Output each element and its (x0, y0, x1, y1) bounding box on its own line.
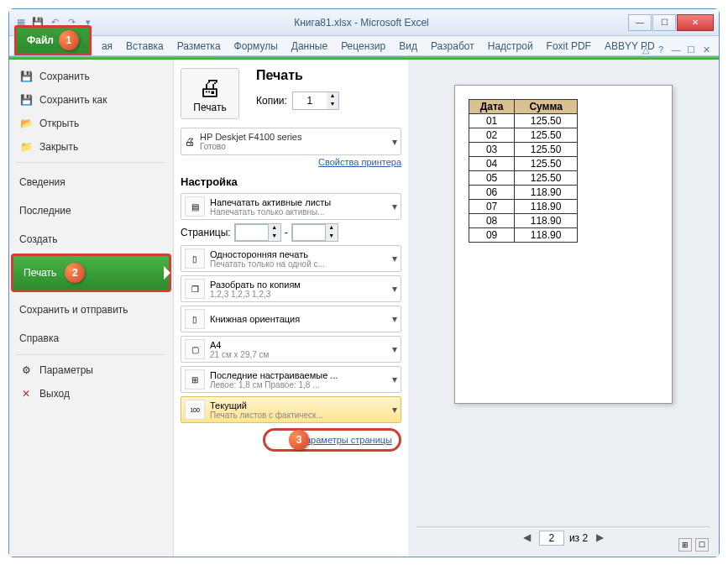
maximize-button[interactable]: ☐ (652, 14, 676, 31)
chevron-down-icon: ▾ (392, 313, 397, 325)
print-preview-panel: Дата Сумма 01125.5002125.5003125.5004125… (408, 60, 719, 557)
table-row: 09118.90 (469, 228, 578, 243)
minimize-button[interactable]: — (628, 14, 652, 31)
pages-label: Страницы: (181, 227, 231, 238)
options-icon: ⚙ (19, 363, 33, 377)
printer-properties-link[interactable]: Свойства принтера (181, 157, 401, 167)
chevron-down-icon: ▾ (392, 201, 397, 212)
sheets-icon: ▤ (185, 196, 205, 217)
close-doc-icon: 📁 (19, 140, 33, 154)
sides-dropdown[interactable]: ▯ Односторонняя печатьПечатать только на… (181, 245, 401, 272)
page-count-label: из 2 (569, 532, 588, 544)
print-button[interactable]: 🖨 Печать (181, 68, 239, 119)
paper-icon: ▢ (185, 339, 205, 359)
tab-developer[interactable]: Разработ (424, 37, 481, 55)
menu-close[interactable]: 📁Закрыть (9, 135, 173, 159)
table-row: 01125.50 (469, 114, 578, 128)
collate-dropdown[interactable]: ❐ Разобрать по копиям1,2,3 1,2,3 1,2,3 ▾ (181, 275, 401, 302)
table-row: 06118.90 (469, 186, 578, 200)
next-page-button[interactable]: ▶ (593, 531, 606, 545)
printer-icon: 🖨 (186, 74, 233, 102)
open-icon: 📂 (19, 117, 33, 130)
page-from-input[interactable]: ▲▼ (234, 223, 281, 242)
margins-icon: ⊞ (185, 369, 205, 390)
tab-data[interactable]: Данные (285, 37, 334, 55)
callout-1: 1 (59, 30, 79, 50)
chevron-down-icon: ▾ (392, 404, 397, 416)
chevron-down-icon: ▾ (392, 374, 397, 385)
page-icon: ▯ (185, 248, 205, 269)
margins-dropdown[interactable]: ⊞ Последние настраиваемые ...Левое: 1,8 … (181, 366, 401, 393)
tab-foxit[interactable]: Foxit PDF (540, 37, 598, 55)
page-number-input[interactable] (539, 531, 564, 546)
tab-review[interactable]: Рецензир (334, 37, 392, 55)
print-settings-panel: 🖨 Печать Печать Копии: ▲▼ 🖨 (173, 60, 408, 557)
table-row: 07118.90 (469, 200, 578, 214)
menu-recent[interactable]: Последние (9, 198, 173, 223)
menu-save[interactable]: 💾Сохранить (9, 65, 173, 88)
spin-down-icon[interactable]: ▼ (327, 101, 338, 109)
tab-view[interactable]: Вид (392, 37, 424, 55)
spin-up-icon[interactable]: ▲ (327, 92, 338, 101)
tab-addins[interactable]: Надстрой (481, 37, 540, 55)
page-to-input[interactable]: ▲▼ (291, 223, 338, 242)
table-row: 02125.50 (469, 128, 578, 143)
chevron-down-icon: ▾ (392, 136, 397, 148)
close-button[interactable]: ✕ (677, 14, 714, 31)
prev-page-button[interactable]: ◀ (521, 531, 534, 545)
menu-help[interactable]: Справка (9, 326, 173, 351)
menu-exit[interactable]: ✕Выход (9, 382, 173, 405)
printer-dropdown[interactable]: 🖨 HP Deskjet F4100 series Готово ▾ (181, 128, 401, 155)
table-row: 03125.50 (469, 143, 578, 157)
paper-dropdown[interactable]: ▢ A421 см x 29,7 см ▾ (181, 336, 401, 363)
printer-icon: 🖨 (185, 136, 195, 148)
doc-restore-icon[interactable]: ☐ (685, 44, 697, 55)
doc-close-icon[interactable]: ✕ (700, 44, 712, 55)
callout-2: 2 (65, 263, 85, 283)
page-setup-link-wrapper: 3 Параметры страницы (263, 428, 401, 452)
tab-layout[interactable]: Разметка (170, 37, 228, 55)
file-tab[interactable]: Файл 1 (14, 25, 92, 55)
portrait-icon: ▯ (185, 309, 205, 329)
window-title: Книга81.xlsx - Microsoft Excel (95, 17, 628, 29)
preview-table: Дата Сумма 01125.5002125.5003125.5004125… (469, 99, 578, 243)
menu-new[interactable]: Создать (9, 227, 173, 252)
callout-3: 3 (289, 430, 309, 450)
exit-icon: ✕ (19, 387, 33, 400)
save-icon: 💾 (19, 70, 33, 83)
ribbon-minimize-icon[interactable]: △ (640, 44, 652, 55)
menu-open[interactable]: 📂Открыть (9, 112, 173, 135)
menu-options[interactable]: ⚙Параметры (9, 358, 173, 382)
print-heading: Печать (256, 68, 401, 83)
table-row: 08118.90 (469, 214, 578, 228)
help-icon[interactable]: ? (655, 44, 667, 55)
copies-input[interactable]: ▲▼ (292, 92, 339, 110)
copies-label: Копии: (256, 95, 287, 107)
page-setup-link[interactable]: Параметры страницы (299, 435, 392, 445)
zoom-to-page-icon[interactable]: ☐ (695, 538, 709, 552)
scaling-dropdown[interactable]: 100 ТекущийПечать листов с фактическ... … (181, 396, 401, 423)
menu-share[interactable]: Сохранить и отправить (9, 297, 173, 322)
preview-page: Дата Сумма 01125.5002125.5003125.5004125… (454, 85, 673, 404)
chevron-down-icon: ▾ (392, 343, 397, 355)
table-row: 04125.50 (469, 157, 578, 171)
print-what-dropdown[interactable]: ▤ Напечатать активные листыНапечатать то… (181, 193, 401, 220)
doc-minimize-icon[interactable]: — (670, 44, 682, 55)
show-margins-icon[interactable]: ⊞ (678, 538, 692, 552)
table-row: 05125.50 (469, 171, 578, 186)
backstage-menu: 💾Сохранить 💾Сохранить как 📂Открыть 📁Закр… (9, 60, 173, 557)
menu-save-as[interactable]: 💾Сохранить как (9, 88, 173, 112)
orientation-dropdown[interactable]: ▯ Книжная ориентация ▾ (181, 306, 401, 332)
tab-insert[interactable]: Вставка (119, 37, 170, 55)
save-as-icon: 💾 (19, 93, 33, 107)
menu-print[interactable]: Печать 2 (11, 254, 171, 292)
chevron-down-icon: ▾ (392, 253, 397, 264)
chevron-down-icon: ▾ (392, 283, 397, 295)
menu-info[interactable]: Сведения (9, 170, 173, 195)
collate-icon: ❐ (185, 279, 205, 299)
settings-heading: Настройка (181, 175, 401, 188)
tab-home[interactable]: ая (95, 37, 119, 55)
scaling-icon: 100 (185, 400, 205, 420)
tab-formulas[interactable]: Формулы (228, 37, 285, 55)
